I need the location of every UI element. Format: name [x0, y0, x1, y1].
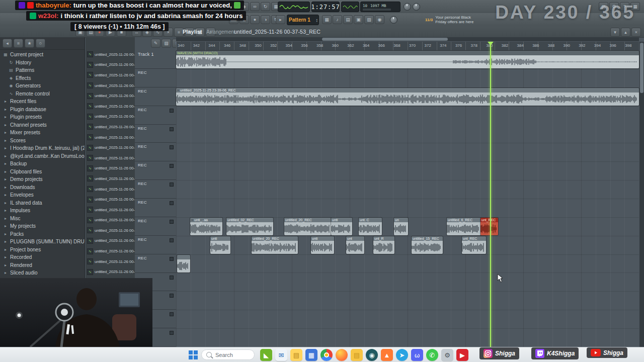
audio-clip-unt-rec[interactable]: unt_REC — [480, 218, 498, 235]
audio-clip-unti[interactable]: unti — [311, 236, 334, 254]
note-icon[interactable]: ♪ — [333, 15, 342, 24]
track-header-8[interactable]: REC — [135, 180, 176, 199]
browser-item-demo-projects[interactable]: ▸Demo projects — [0, 175, 85, 184]
browser-item-misc[interactable]: ▸Misc — [0, 215, 85, 223]
browser-item-effects[interactable]: ◈Effects — [0, 74, 85, 82]
vertical-scrollbar[interactable] — [639, 42, 644, 347]
main-volume-knob[interactable] — [404, 3, 411, 11]
track-header-5[interactable]: REC — [135, 125, 176, 143]
browser-back-icon[interactable]: ◂ — [3, 39, 12, 48]
pattern-selector[interactable]: Pattern 1 ▴▾ — [287, 15, 319, 25]
picker-audio-clip[interactable]: ∿untitled_2025-11-26 00- — [86, 122, 135, 132]
time-display[interactable]: 1:27:57 — [311, 2, 340, 12]
browser-find-icon[interactable]: ○ — [36, 39, 45, 48]
playlist-grid[interactable]: WAVE1N (WITH DRACO)×untitled_2025-11-25 … — [176, 50, 639, 347]
picker-audio-clip[interactable]: ∿untitled_2025-11-26 00- — [86, 205, 135, 215]
playhead-line[interactable] — [490, 42, 491, 347]
start-button[interactable] — [189, 350, 198, 359]
pattern-list-icon[interactable]: ▤ — [343, 15, 353, 24]
vlc-icon[interactable]: ▲ — [381, 349, 393, 361]
routing-icon[interactable]: ◉ — [375, 15, 384, 24]
folder-icon[interactable]: ▤ — [351, 349, 363, 361]
audio-clip-wave1n-with-draco[interactable]: WAVE1N (WITH DRACO) — [176, 51, 639, 68]
browser-item-scores[interactable]: ▸Scores — [0, 137, 85, 145]
track-header-11[interactable]: REC — [135, 236, 176, 254]
playlist-window-label[interactable]: Playlist — [183, 29, 202, 35]
arrangement-label[interactable]: Arrangement — [206, 29, 235, 35]
win-close-icon[interactable]: × — [631, 28, 641, 37]
promo-hint[interactable]: 11/3 Your personal Black Friday offers a… — [425, 15, 473, 24]
browser-item-remote-control[interactable]: ∿Remote control — [0, 90, 85, 98]
audio-clip-un[interactable]: un — [394, 218, 408, 235]
picker-icon[interactable]: ▣ — [354, 15, 363, 24]
firefox-icon[interactable] — [336, 349, 348, 361]
vertical-scrollbar-handle[interactable] — [640, 43, 643, 93]
file-explorer-icon[interactable]: ▤ — [290, 349, 302, 361]
browser-item-mixer-presets[interactable]: ▸Mixer presets — [0, 129, 85, 137]
browser-item-pluggnb-summ-tumn-drumkit[interactable]: ▸PLUGGNB (SUMM..TUMN) DRUMKIT — [0, 238, 85, 246]
oscilloscope-panel[interactable] — [278, 2, 310, 12]
picker-audio-clip[interactable]: ∿untitled_2025-11-26 00- — [86, 90, 135, 101]
browser-item-packs[interactable]: ▸Packs — [0, 230, 85, 238]
clip-mute-icon[interactable]: × — [177, 88, 179, 93]
picker-audio-clip[interactable]: ∿untitled_2025-11-26 00- — [86, 101, 135, 112]
audio-clip-unt-c[interactable]: unt. C — [359, 218, 382, 235]
track-header-9[interactable]: REC — [135, 199, 176, 217]
playhead-marker-icon[interactable] — [488, 42, 494, 45]
chrome-icon[interactable] — [320, 349, 333, 361]
browser-item-my-projects[interactable]: ▸My projects — [0, 222, 85, 230]
picker-audio-clip[interactable]: ∿untitled_2025-11-26 00- — [86, 70, 135, 80]
audio-clip-unti-aa[interactable]: ×unti_..aa — [190, 218, 222, 235]
browser-item-i-hoodtrap-drum-k-teirusu-jai-[interactable]: ▸I Hoodtrap Drum K..teirusu, jai) (2) — [0, 144, 85, 152]
track-header-4[interactable]: REC — [135, 106, 176, 125]
picker-audio-clip[interactable]: ∿untitled_2025-11-26 00- — [86, 246, 135, 256]
browser-item-envelopes[interactable]: ▸Envelopes — [0, 191, 85, 199]
picker-audio-clip[interactable]: ∿untitled_2025-11-26 00- — [86, 225, 135, 236]
audio-clip-unt[interactable]: unt — [346, 236, 364, 254]
audio-clip-unt-rec[interactable]: unt_REC — [462, 236, 486, 254]
horizontal-scrollbar[interactable] — [176, 37, 639, 41]
main-pitch-knob[interactable] — [413, 3, 420, 11]
audio-clip-unti[interactable]: unti — [331, 218, 352, 235]
brush-icon[interactable]: ▨ — [162, 39, 171, 48]
picker-audio-clip[interactable]: ∿untitled_2025-11-26 00- — [86, 236, 135, 246]
browser-item-backup[interactable]: ▸Backup — [0, 160, 85, 168]
browser-item-impulses[interactable]: ▸Impulses — [0, 207, 85, 215]
pattern-prev-icon[interactable]: ▸ — [276, 15, 285, 24]
browser-item-plugin-presets[interactable]: ▸Plugin presets — [0, 113, 85, 121]
track-header-2[interactable]: REC — [135, 69, 176, 87]
browser-item-recorded[interactable]: ▸Recorded — [0, 253, 85, 261]
picker-audio-clip[interactable]: ∿untitled_2025-11-26 00- — [86, 60, 135, 70]
audio-clip-untitled-20-rec[interactable]: untitled_20_REC — [284, 218, 331, 235]
picker-audio-clip[interactable]: ∿untitled_2025-11-26 00- — [86, 132, 135, 143]
browser-item-patterns[interactable]: ▤Patterns — [0, 66, 85, 74]
undo-icon[interactable]: ↻ — [261, 2, 270, 11]
browser-item-clipboard-files[interactable]: ▸Clipboard files — [0, 168, 85, 176]
picker-audio-clip[interactable]: ∿untitled_2025-11-26 00- — [86, 49, 135, 60]
picker-audio-clip[interactable]: ∿untitled_2025-11-26 00- — [86, 266, 135, 277]
obs-icon[interactable]: ◉ — [366, 349, 378, 361]
browser-item-current-project[interactable]: ▦Current project — [0, 51, 85, 59]
browser-item-kyd-and-cambr-kan-drumsloopkit[interactable]: ▸@kyd.and.cambr..Kan DrumsLoopKit — [0, 152, 85, 160]
cpu-memory-panel[interactable]: 10 1097 MB — [360, 2, 400, 12]
multilink-icon[interactable]: ∞ — [250, 2, 260, 11]
audio-clip-untitled-20-rec[interactable]: untitled_20_REC — [252, 236, 298, 254]
browser-item-generators[interactable]: ◉Generators — [0, 82, 85, 90]
browser-item-recent-files[interactable]: ▸Recent files — [0, 98, 85, 106]
shuffle-knob[interactable] — [390, 16, 397, 24]
mail-app-icon[interactable]: ✉ — [275, 349, 287, 361]
wait-for-input-icon[interactable]: ● — [250, 15, 260, 24]
browser-item-downloads[interactable]: ▸Downloads — [0, 184, 85, 192]
telegram-icon[interactable]: ➤ — [396, 349, 408, 361]
picker-audio-clip[interactable]: ∿untitled_2025-11-26 00- — [86, 153, 135, 163]
whatsapp-icon[interactable]: ✆ — [426, 349, 438, 361]
discord-icon[interactable]: ω — [411, 349, 423, 361]
spectrum-panel[interactable] — [341, 2, 359, 12]
track-header-10[interactable]: REC — [135, 217, 176, 236]
swatch-icon[interactable]: ▨ — [364, 15, 374, 24]
audio-clip-untitled-2025-11-25-23-39-06-r[interactable]: ×untitled_2025-11-25 23-39-06_REC — [176, 88, 639, 106]
audio-clip-unti[interactable]: unti — [210, 236, 230, 254]
timeline-ruler[interactable]: 3403423443463483503523543563583603623643… — [176, 42, 639, 51]
store-app-icon[interactable]: ▦ — [305, 349, 317, 361]
horizontal-scrollbar-handle[interactable] — [322, 38, 448, 41]
